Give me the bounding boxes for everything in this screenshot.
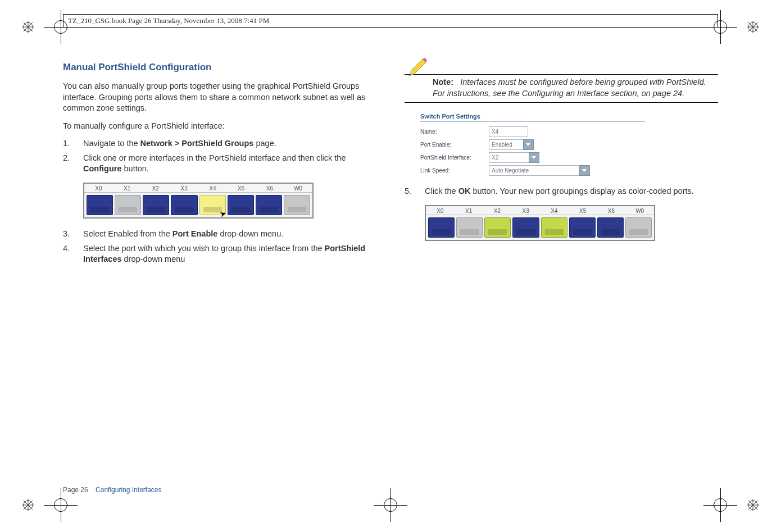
steps-list-left-cont: Select Enabled from the Port Enable drop… xyxy=(63,229,376,265)
crop-mark xyxy=(736,10,770,44)
port-icon xyxy=(143,195,169,215)
crop-mark xyxy=(736,488,770,522)
step-2: Click one or more interfaces in the Port… xyxy=(63,153,376,175)
port-label: X4 xyxy=(540,206,569,215)
ports-row xyxy=(426,215,654,240)
note-body: Interfaces must be configured before bei… xyxy=(433,78,706,98)
port-label: X1 xyxy=(113,184,142,192)
port-label: X3 xyxy=(170,184,198,192)
steps-list-left: Navigate to the Network > PortShield Gro… xyxy=(63,138,376,175)
port-panel-figure-1: X0 X1 X2 X3 X4 X5 X6 W0 ➤ xyxy=(83,183,314,219)
port-label: X0 xyxy=(426,206,455,215)
intro-paragraph: You can also manually group ports togeth… xyxy=(63,81,376,114)
port-labels-row: X0 X1 X2 X3 X4 X5 X6 W0 xyxy=(426,206,654,215)
document-header: TZ_210_GSG.book Page 26 Thursday, Novemb… xyxy=(63,14,718,28)
port-icon xyxy=(115,195,141,215)
port-label: X0 xyxy=(84,184,113,192)
step-3: Select Enabled from the Port Enable drop… xyxy=(63,229,376,240)
crop-mark xyxy=(11,488,45,522)
note-block: Note: Interfaces must be configured befo… xyxy=(405,74,718,103)
port-icon xyxy=(625,217,652,238)
document-header-text: TZ_210_GSG.book Page 26 Thursday, Novemb… xyxy=(68,16,269,25)
name-label: Name: xyxy=(420,129,489,135)
portshield-interface-select: X2 xyxy=(489,152,529,163)
port-label: X5 xyxy=(569,206,597,215)
port-icon xyxy=(87,195,113,215)
port-icon xyxy=(569,217,596,238)
portshield-interface-label: PortShield Interface: xyxy=(420,154,489,161)
dialog-title: Switch Port Settings xyxy=(420,113,645,122)
port-label: X5 xyxy=(227,184,256,192)
port-labels-row: X0 X1 X2 X3 X4 X5 X6 W0 xyxy=(84,184,312,193)
port-icon xyxy=(541,217,567,238)
switch-port-settings-dialog: Switch Port Settings Name: X4 Port Enabl… xyxy=(420,113,645,176)
port-label: X4 xyxy=(198,184,227,192)
port-enable-select: Enabled xyxy=(489,139,524,150)
step-4: Select the port with which you wish to g… xyxy=(63,243,376,265)
port-icon xyxy=(484,217,511,238)
register-mark xyxy=(374,488,407,522)
section-heading: Manual PortShield Configuration xyxy=(63,62,376,73)
port-panel-figure-2: X0 X1 X2 X3 X4 X5 X6 W0 xyxy=(425,205,655,241)
port-icon: ➤ xyxy=(199,195,226,215)
register-mark xyxy=(703,488,737,522)
link-speed-select: Auto Negotiate xyxy=(489,165,580,176)
link-speed-label: Link Speed: xyxy=(420,167,489,174)
name-field: X4 xyxy=(489,126,528,137)
chevron-down-icon xyxy=(529,152,539,163)
port-icon xyxy=(284,195,310,215)
port-icon xyxy=(256,195,282,215)
port-icon xyxy=(597,217,624,238)
port-enable-label: Port Enable: xyxy=(420,142,489,148)
port-icon xyxy=(171,195,197,215)
port-label: X2 xyxy=(483,206,512,215)
ports-row: ➤ xyxy=(84,193,312,217)
port-icon xyxy=(456,217,483,238)
chevron-down-icon xyxy=(579,165,590,176)
note-label: Note: xyxy=(433,78,453,87)
port-label: X6 xyxy=(256,184,284,192)
cursor-icon: ➤ xyxy=(218,208,228,219)
port-icon xyxy=(228,195,254,215)
page-footer: Page 26 Configuring Interfaces xyxy=(63,486,161,494)
chevron-down-icon xyxy=(523,139,534,150)
page-content: Manual PortShield Configuration You can … xyxy=(63,56,718,487)
port-icon xyxy=(428,217,455,238)
port-label: X2 xyxy=(142,184,170,192)
port-label: X1 xyxy=(455,206,483,215)
port-label: X6 xyxy=(597,206,626,215)
step-5: Click the OK button. Your new port group… xyxy=(405,186,718,197)
step-1: Navigate to the Network > PortShield Gro… xyxy=(63,138,376,149)
port-label: W0 xyxy=(284,184,312,192)
port-label: W0 xyxy=(625,206,654,215)
port-icon xyxy=(512,217,539,238)
left-column: Manual PortShield Configuration You can … xyxy=(63,56,376,487)
right-column: Note: Interfaces must be configured befo… xyxy=(405,56,718,487)
steps-preamble: To manually configure a PortShield inter… xyxy=(63,121,376,132)
footer-section: Configuring Interfaces xyxy=(96,486,161,494)
footer-page: Page 26 xyxy=(63,486,88,494)
steps-list-right: Click the OK button. Your new port group… xyxy=(405,186,718,197)
port-label: X3 xyxy=(511,206,540,215)
pencil-icon xyxy=(406,57,428,79)
crop-mark xyxy=(11,10,45,44)
